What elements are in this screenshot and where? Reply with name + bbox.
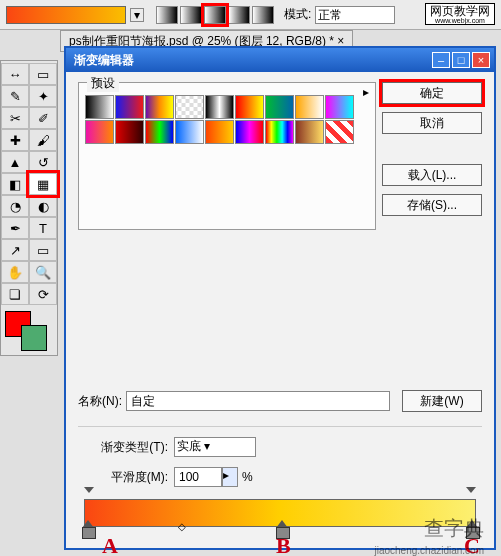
- maximize-button[interactable]: □: [452, 52, 470, 68]
- ok-button[interactable]: 确定: [382, 82, 482, 104]
- preset-swatch[interactable]: [205, 120, 234, 144]
- smoothness-label: 平滑度(M):: [78, 469, 168, 486]
- gradient-type-label: 渐变类型(T):: [78, 439, 168, 456]
- gradient-type-buttons: [156, 6, 274, 24]
- midpoint-icon[interactable]: ◇: [178, 521, 186, 532]
- lasso-tool[interactable]: ✎: [1, 85, 29, 107]
- opacity-stop-left[interactable]: [84, 487, 94, 497]
- cancel-button[interactable]: 取消: [382, 112, 482, 134]
- pen-tool[interactable]: ✒: [1, 217, 29, 239]
- watermark-sub: jiaocheng.chazidian.com: [374, 545, 484, 556]
- smoothness-input[interactable]: [174, 467, 222, 487]
- preset-swatch[interactable]: [115, 95, 144, 119]
- stamp-tool[interactable]: ▲: [1, 151, 29, 173]
- preset-swatch[interactable]: [145, 95, 174, 119]
- name-row: 名称(N): 新建(W): [78, 390, 482, 412]
- gradient-tool[interactable]: ▦: [29, 173, 57, 195]
- presets-panel: 预设 ▸: [78, 82, 376, 230]
- preset-swatch[interactable]: [115, 120, 144, 144]
- preset-swatch[interactable]: [235, 95, 264, 119]
- preset-swatch[interactable]: [235, 120, 264, 144]
- heal-tool[interactable]: ✚: [1, 129, 29, 151]
- watermark-line1: 网页教学网: [430, 5, 490, 17]
- rotate-tool[interactable]: ⟳: [29, 283, 57, 305]
- options-bar: ▾ 模式: 正常 网页教学网 www.webjx.com: [0, 0, 501, 30]
- preset-swatch[interactable]: [325, 120, 354, 144]
- save-button[interactable]: 存储(S)...: [382, 194, 482, 216]
- brush-tool[interactable]: 🖌: [29, 129, 57, 151]
- preset-swatch[interactable]: [205, 95, 234, 119]
- preset-swatch[interactable]: [295, 120, 324, 144]
- watermark-line2: www.webjx.com: [435, 17, 485, 24]
- preset-swatch[interactable]: [265, 95, 294, 119]
- eraser-tool[interactable]: ◧: [1, 173, 29, 195]
- watermark-top: 网页教学网 www.webjx.com: [425, 3, 495, 25]
- letter-b: B: [276, 533, 291, 556]
- dialog-title: 渐变编辑器: [70, 52, 430, 69]
- percent-label: %: [242, 470, 253, 484]
- preset-swatch[interactable]: [85, 95, 114, 119]
- load-button[interactable]: 载入(L)...: [382, 164, 482, 186]
- shape-tool[interactable]: ▭: [29, 239, 57, 261]
- close-button[interactable]: ×: [472, 52, 490, 68]
- preset-swatch[interactable]: [175, 95, 204, 119]
- preset-grid: [85, 95, 355, 144]
- gradient-angle-button[interactable]: [204, 6, 226, 24]
- gradient-type-row: 渐变类型(T): 实底 ▾: [78, 437, 482, 457]
- path-tool[interactable]: ↗: [1, 239, 29, 261]
- presets-label: 预设: [87, 75, 119, 92]
- dialog-titlebar[interactable]: 渐变编辑器 – □ ×: [66, 48, 494, 72]
- blur-tool[interactable]: ◔: [1, 195, 29, 217]
- gradient-diamond-button[interactable]: [252, 6, 274, 24]
- hand-tool[interactable]: ✋: [1, 261, 29, 283]
- minimize-button[interactable]: –: [432, 52, 450, 68]
- preset-swatch[interactable]: [175, 120, 204, 144]
- gradient-linear-button[interactable]: [156, 6, 178, 24]
- zoom-tool[interactable]: 🔍: [29, 261, 57, 283]
- gradient-dropdown-arrow[interactable]: ▾: [130, 8, 144, 22]
- preset-swatch[interactable]: [325, 95, 354, 119]
- letter-a: A: [102, 533, 118, 556]
- preset-swatch[interactable]: [85, 120, 114, 144]
- name-input[interactable]: [126, 391, 390, 411]
- history-brush-tool[interactable]: ↺: [29, 151, 57, 173]
- dialog-body: 预设 ▸: [66, 72, 494, 548]
- mode-label: 模式:: [284, 6, 311, 23]
- background-swatch[interactable]: [21, 325, 47, 351]
- color-stop-a[interactable]: [82, 528, 94, 542]
- blend-mode-select[interactable]: 正常: [315, 6, 395, 24]
- move-tool[interactable]: ↔: [1, 63, 29, 85]
- gradient-preview[interactable]: [6, 6, 126, 24]
- dodge-tool[interactable]: ◐: [29, 195, 57, 217]
- preset-swatch[interactable]: [265, 120, 294, 144]
- type-tool[interactable]: T: [29, 217, 57, 239]
- gradient-edit-area: 渐变类型(T): 实底 ▾ 平滑度(M): ▸ % ◇ A B C: [78, 426, 482, 556]
- crop-tool[interactable]: ✂: [1, 107, 29, 129]
- gradient-type-select[interactable]: 实底 ▾: [174, 437, 256, 457]
- preset-swatch[interactable]: [295, 95, 324, 119]
- eyedropper-tool[interactable]: ✐: [29, 107, 57, 129]
- smoothness-stepper[interactable]: ▸: [222, 467, 238, 487]
- name-label: 名称(N):: [78, 393, 122, 410]
- toolbox: ↔ ▭ ✎ ✦ ✂ ✐ ✚ 🖌 ▲ ↺ ◧ ▦ ◔ ◐ ✒ T ↗ ▭ ✋ 🔍 …: [0, 60, 58, 356]
- new-button[interactable]: 新建(W): [402, 390, 482, 412]
- opacity-stop-right[interactable]: [466, 487, 476, 497]
- dialog-button-column: 确定 取消 载入(L)... 存储(S)...: [382, 82, 482, 216]
- presets-menu-icon[interactable]: ▸: [363, 85, 369, 99]
- marquee-tool[interactable]: ▭: [29, 63, 57, 85]
- gradient-bar[interactable]: ◇ A B C: [84, 499, 476, 527]
- notes-tool[interactable]: ❏: [1, 283, 29, 305]
- preset-swatch[interactable]: [145, 120, 174, 144]
- gradient-editor-dialog: 渐变编辑器 – □ × 预设 ▸: [64, 46, 496, 550]
- watermark-main: 查字典: [424, 515, 484, 542]
- wand-tool[interactable]: ✦: [29, 85, 57, 107]
- smoothness-row: 平滑度(M): ▸ %: [78, 467, 482, 487]
- gradient-radial-button[interactable]: [180, 6, 202, 24]
- color-swatches: [1, 311, 57, 353]
- gradient-reflected-button[interactable]: [228, 6, 250, 24]
